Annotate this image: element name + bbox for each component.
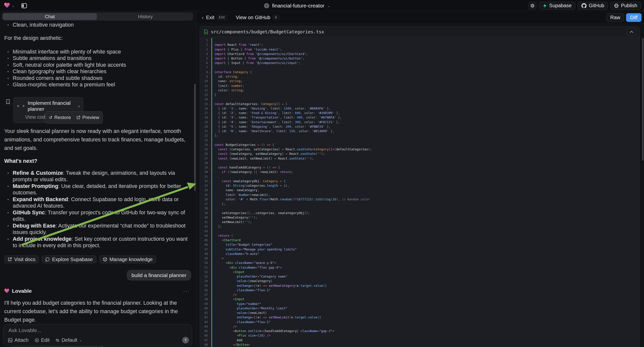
explore-supabase-button[interactable]: Explore Supabase <box>42 256 96 263</box>
project-switcher[interactable]: financial-future-creator ⌄ <box>264 0 330 11</box>
chat-messages: Clean, intuitive navigation For the desi… <box>0 21 196 347</box>
fold-chevron-icon[interactable]: ⌄ <box>208 165 211 170</box>
collapse-file-button[interactable] <box>626 28 636 36</box>
code-scrollbar[interactable] <box>642 38 644 160</box>
edit-button[interactable]: Edit <box>34 337 50 343</box>
code-line: 63 className="flex-1" <box>200 320 640 324</box>
attach-button[interactable]: Attach <box>8 337 29 343</box>
version-card-block: < > Implement financial planner › View c… <box>13 97 191 122</box>
project-chevron-down-icon: ⌄ <box>327 4 330 8</box>
raw-toggle-button[interactable]: Raw <box>606 13 624 22</box>
bookmark-icon[interactable] <box>6 98 10 107</box>
code-line: 61 value={newLimit} <box>200 311 640 315</box>
preview-button[interactable]: Preview <box>76 346 99 347</box>
code-line: 60 placeholder="Monthly limit" <box>200 306 640 311</box>
diff-toggle-button[interactable]: Diff <box>626 13 642 22</box>
code-area[interactable]: 12import React from 'react';3import { Pl… <box>200 37 640 347</box>
user-message-row: build a financial planner <box>4 270 191 280</box>
ready-text: Your sleek financial planner is now read… <box>4 127 188 152</box>
send-button[interactable]: ↑ <box>182 337 189 344</box>
code-lines: 12import React from 'react';3import { Pl… <box>200 38 640 347</box>
version-actions-popup: ↺ Restore Preview <box>45 111 103 124</box>
publish-button[interactable]: Publish <box>610 2 641 10</box>
fold-chevron-icon[interactable]: ⌄ <box>208 143 211 147</box>
chat-history-tabs: Chat History <box>2 12 193 21</box>
tab-chat[interactable]: Chat <box>2 12 98 21</box>
whats-next-heading: What's next? <box>4 158 191 164</box>
fold-chevron-icon[interactable]: ⌄ <box>208 179 211 184</box>
chat-input[interactable] <box>8 327 187 336</box>
file-diff-card: src/components/budget/BudgetCategories.t… <box>200 26 640 347</box>
chevron-left-icon[interactable]: ‹ <box>202 15 204 20</box>
fold-chevron-icon[interactable]: ⌄ <box>208 102 211 106</box>
code-line: 6import { Input } from '@/components/ui/… <box>200 61 640 65</box>
code-line: 26 const [newCategory, setNewCategory] =… <box>200 152 640 156</box>
version-card-title: Implement financial planner <box>28 100 76 112</box>
assistant-name: Lovable <box>12 287 32 295</box>
code-line: 43 <box>200 229 640 234</box>
sidebar-toggle-button[interactable] <box>20 2 28 10</box>
code-line: 1 <box>200 38 640 42</box>
file-header[interactable]: src/components/budget/BudgetCategories.t… <box>200 26 640 37</box>
code-line: 32⌄ const newCategoryObj: Category = { <box>200 179 640 184</box>
code-line: 17 { id: '2', name: 'Food & Dining', lim… <box>200 111 640 115</box>
workspace-chevron-down-icon[interactable]: ⌄ <box>12 4 15 8</box>
code-line: 58 <Input <box>200 297 640 302</box>
user-message-bubble: build a financial planner <box>127 270 191 280</box>
code-line: 5import { Button } from '@/components/ui… <box>200 56 640 61</box>
code-line: 13} <box>200 92 640 97</box>
chat-scrollbar[interactable] <box>194 84 196 191</box>
tab-history[interactable]: History <box>98 12 193 21</box>
restore-button[interactable]: ↺ Restore <box>49 113 71 122</box>
sidebar-icon <box>22 3 27 8</box>
settings-button[interactable]: ⚙ <box>528 2 536 10</box>
code-line: 22]; <box>200 134 640 138</box>
knowledge-box-icon <box>103 257 107 262</box>
intro-bullets: Clean, intuitive navigation <box>4 22 191 28</box>
visit-docs-button[interactable]: Visit docs <box>4 256 39 263</box>
code-line: 48 className="h-auto" <box>200 252 640 256</box>
code-line: 35 limit: Number(newLimit), <box>200 193 640 197</box>
restore-button[interactable]: ↺ Restore <box>49 346 71 347</box>
project-globe-icon <box>264 3 269 8</box>
esc-keycap: ESC <box>217 15 227 20</box>
fold-chevron-icon[interactable]: ⌄ <box>208 70 211 74</box>
code-line: 52 <Input <box>200 270 640 274</box>
code-line: 33 id: String(categories.length + 1), <box>200 184 640 188</box>
project-name: financial-future-creator <box>272 3 324 9</box>
code-line: 2import React from 'react'; <box>200 42 640 47</box>
code-line: 64 /> <box>200 324 640 329</box>
mode-select[interactable]: Default ⌄ <box>56 337 82 343</box>
code-line: 7 <box>200 66 640 70</box>
supabase-button[interactable]: Supabase <box>539 2 575 10</box>
view-on-github-link[interactable]: View on GitHub <box>236 15 270 20</box>
code-line: 34 name: newCategory, <box>200 188 640 192</box>
github-button[interactable]: GitHub <box>578 2 608 10</box>
code-line: 68 </Button> <box>200 342 640 347</box>
code-line: 47 subtitle="Manage your spending limits… <box>200 247 640 252</box>
code-line: 24⌄const BudgetCategories = () => { <box>200 143 640 147</box>
design-bullets: Minimalist interface with plenty of whit… <box>4 48 191 88</box>
code-line: 19 { id: '4', name: 'Entertainment', lim… <box>200 120 640 124</box>
lovable-logo-icon[interactable] <box>4 2 10 9</box>
code-line: 12 color: string; <box>200 88 640 92</box>
code-line: 39 setCategories([...categories, newCate… <box>200 211 640 215</box>
publish-globe-icon <box>614 4 618 8</box>
chat-bubble-icon <box>45 257 50 262</box>
gear-icon: ⚙ <box>530 3 535 9</box>
code-line: 16 { id: '1', name: 'Housing', limit: 15… <box>200 106 640 111</box>
arrow-up-icon: ↑ <box>184 338 187 342</box>
preview-button[interactable]: Preview <box>76 113 99 122</box>
code-line: 11 limit: number; <box>200 84 640 88</box>
bullet-item: Minimalist interface with plenty of whit… <box>4 48 191 55</box>
exit-button[interactable]: Exit <box>206 15 214 20</box>
chevron-up-icon <box>630 30 633 33</box>
manage-knowledge-button[interactable]: Manage knowledge <box>99 256 156 263</box>
code-line: 65 <Button onClick={handleAddCategory} c… <box>200 329 640 333</box>
added-file-icon <box>204 29 208 34</box>
code-line: 54 value={newCategory} <box>200 279 640 283</box>
bullet-item: GitHub Sync: Transfer your project's cod… <box>4 209 189 222</box>
bullet-item: Clean typography with clear hierarchies <box>4 68 191 75</box>
message-menu-button[interactable]: ··· <box>183 287 190 295</box>
code-line: 40 setNewCategory(''); <box>200 215 640 220</box>
